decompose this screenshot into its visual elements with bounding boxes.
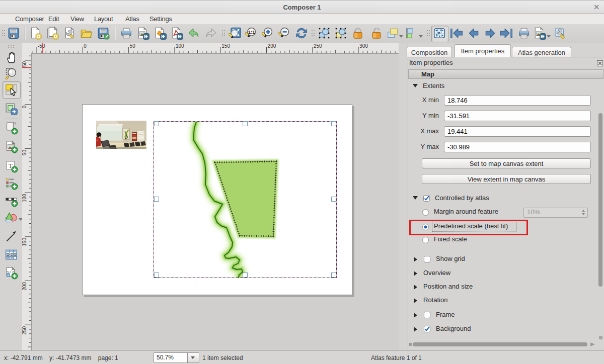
svg-text:0: 0 [22,106,27,109]
svg-text:250: 250 [314,43,322,49]
svg-text:300: 300 [359,43,368,49]
svg-text:200: 200 [268,43,276,49]
svg-text:150: 150 [221,43,230,49]
svg-text:100: 100 [22,194,27,202]
svg-text:150: 150 [22,238,27,246]
svg-text:1:1: 1:1 [248,30,255,35]
svg-text:200: 200 [22,282,27,291]
svg-text:250: 250 [22,326,27,335]
svg-text:50: 50 [22,150,27,156]
svg-text:50: 50 [130,43,136,49]
svg-text:-50: -50 [38,43,45,49]
svg-text:0: 0 [84,43,87,49]
svg-text:100: 100 [176,43,184,49]
